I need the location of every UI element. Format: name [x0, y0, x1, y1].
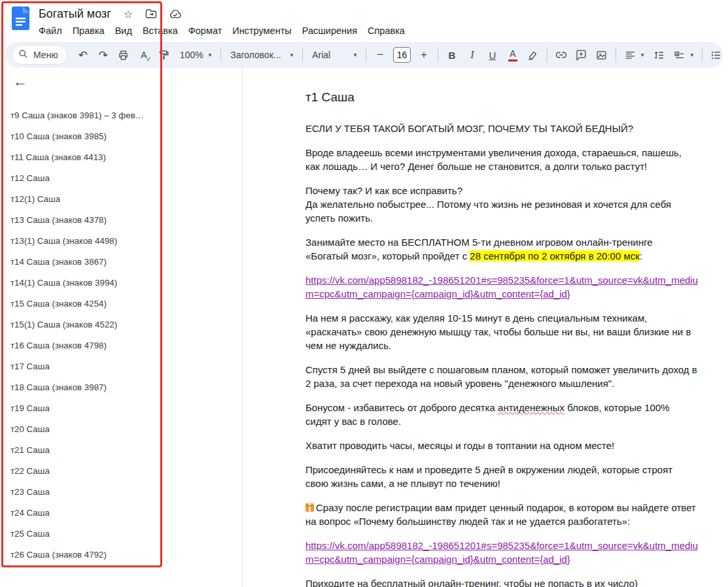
print-button[interactable]: [114, 45, 133, 65]
menu-insert[interactable]: Вставка: [137, 24, 183, 38]
outline-item[interactable]: т15 Саша (знаков 4254): [0, 293, 164, 314]
document-outline-panel: ← т9 Саша (знаков 3981) – 3 фев… т10 Саш…: [0, 68, 242, 587]
paragraph: Занимайте место на БЕСПЛАТНОМ 5-ти дневн…: [305, 235, 698, 263]
outline-item[interactable]: т12 Саша: [0, 167, 164, 188]
menu-file[interactable]: Файл: [33, 24, 67, 38]
misspelled-word: антиденежных: [498, 402, 564, 413]
document-page[interactable]: т1 Саша ЕСЛИ У ТЕБЯ ТАКОЙ БОГАТЫЙ МОЗГ, …: [243, 68, 698, 587]
outline-item[interactable]: т9 Саша (знаков 3981) – 3 фев…: [0, 105, 164, 126]
paragraph: Бонусом - избавитесь от доброго десятка …: [305, 401, 698, 428]
outline-item[interactable]: т18 Саша (знаков 3987): [0, 377, 164, 397]
outline-item[interactable]: т22 Саша: [0, 460, 164, 481]
menu-tools[interactable]: Инструменты: [227, 24, 296, 38]
paragraph-style-dropdown[interactable]: Заголовок... ▾: [225, 45, 298, 65]
outline-item[interactable]: т24 Саша: [0, 502, 164, 523]
menu-format[interactable]: Формат: [183, 24, 228, 38]
paragraph-style-value: Заголовок...: [230, 50, 281, 60]
zoom-value: 100%: [180, 50, 203, 60]
underline-button[interactable]: U: [483, 45, 502, 65]
redo-button[interactable]: ↷: [94, 45, 113, 65]
undo-button[interactable]: ↶: [73, 45, 93, 65]
document-title[interactable]: Богатый мозг: [39, 7, 111, 21]
line-spacing-button[interactable]: [649, 45, 668, 65]
outline-item-label: т9 Саша (знаков 3981) – 3 фев…: [10, 110, 144, 120]
outline-item[interactable]: т15(1) Саша (знаков 4522): [0, 314, 164, 335]
bulleted-list-button[interactable]: [706, 45, 723, 65]
star-icon[interactable]: ☆: [122, 8, 135, 20]
font-family-dropdown[interactable]: Arial ▾: [307, 45, 362, 65]
text-segment: Сразу после регистрации вам придет ценны…: [305, 502, 696, 527]
menu-view[interactable]: Вид: [110, 24, 137, 38]
outline-item-label: т14(1) Саша (знаков 3994): [10, 278, 117, 288]
toolbar-divider: [547, 48, 547, 62]
outline-item[interactable]: т20 Саша: [0, 418, 164, 439]
text-color-bar: [508, 59, 517, 61]
chevron-down-icon: ▾: [354, 52, 357, 58]
toolbar-divider: [615, 48, 616, 62]
vk-registration-link[interactable]: https://vk.com/app5898182_-198651201#s=9…: [305, 540, 698, 565]
outline-item[interactable]: т21 Саша: [0, 439, 164, 460]
outline-item[interactable]: т26 Саша (знаков 4792): [0, 544, 164, 565]
align-dropdown[interactable]: ▾: [619, 45, 650, 65]
outline-item[interactable]: т11 Саша (знаков 4413): [0, 146, 164, 167]
search-menus-button[interactable]: Меню: [12, 45, 67, 65]
outline-item[interactable]: т17 Саша: [0, 356, 164, 377]
paragraph: На нем я расскажу, как уделяя 10-15 мину…: [305, 311, 698, 352]
increase-font-size-button[interactable]: +: [414, 45, 434, 65]
chevron-down-icon: ▾: [290, 52, 294, 58]
text-color-button[interactable]: A: [503, 45, 523, 65]
bold-button[interactable]: B: [442, 45, 462, 65]
document-canvas[interactable]: т1 Саша ЕСЛИ У ТЕБЯ ТАКОЙ БОГАТЫЙ МОЗГ, …: [242, 68, 728, 587]
text-segment: Почему так? И как все исправить?: [305, 184, 698, 197]
outline-item[interactable]: т23 Саша: [0, 481, 164, 502]
app-header: Богатый мозг ☆ Файл Правка Вид Вставка Ф…: [0, 0, 728, 41]
highlighted-text: 28 сентября по 2 октября в 20:00 мск: [470, 250, 640, 261]
italic-button[interactable]: I: [462, 45, 482, 65]
toolbar-divider: [702, 48, 702, 62]
outline-item[interactable]: т12(1) Саша: [0, 188, 164, 209]
toolbar-divider: [438, 48, 438, 62]
outline-item-label: т12(1) Саша: [10, 194, 60, 204]
paragraph: https://vk.com/app5898182_-198651201#s=9…: [305, 273, 698, 301]
decrease-font-size-button[interactable]: −: [370, 45, 390, 65]
outline-item[interactable]: т14(1) Саша (знаков 3994): [0, 272, 164, 293]
outline-item[interactable]: т13(1) Саша (знаков 4498): [0, 230, 164, 251]
outline-item[interactable]: т19 Саша: [0, 397, 164, 418]
checklist-icon: [674, 50, 685, 61]
paint-format-button[interactable]: [154, 45, 174, 65]
cloud-status-icon[interactable]: [169, 9, 182, 19]
outline-item[interactable]: т25 Саша: [0, 523, 164, 544]
insert-link-button[interactable]: [551, 45, 571, 65]
menu-extensions[interactable]: Расширения: [297, 24, 362, 38]
zoom-dropdown[interactable]: 100% ▾: [175, 45, 217, 65]
paragraph: Приходите на бесплатный онлайн-тренинг, …: [305, 577, 698, 587]
outline-item-label: т15 Саша (знаков 4254): [10, 299, 107, 309]
outline-item-label: т13 Саша (знаков 4378): [10, 215, 107, 225]
insert-image-button[interactable]: [592, 45, 612, 65]
vk-registration-link[interactable]: https://vk.com/app5898182_-198651201#s=9…: [305, 275, 698, 299]
move-folder-icon[interactable]: [145, 8, 158, 19]
google-docs-icon[interactable]: [12, 5, 29, 41]
font-size-input[interactable]: 16: [393, 47, 411, 63]
checklist-dropdown[interactable]: ▾: [668, 45, 699, 65]
text-segment: Да желательно побыстрее... Потому что жи…: [305, 197, 698, 225]
outline-item[interactable]: т14 Саша (знаков 3867): [0, 251, 164, 272]
outline-item[interactable]: т10 Саша (знаков 3985): [0, 126, 164, 146]
outline-item[interactable]: т16 Саша (знаков 4798): [0, 335, 164, 356]
paragraph: Вроде владеешь всеми инструментами увели…: [305, 146, 698, 173]
back-arrow-button[interactable]: ←: [13, 73, 27, 90]
toolbar-divider: [220, 48, 221, 62]
paragraph: ЕСЛИ У ТЕБЯ ТАКОЙ БОГАТЫЙ МОЗГ, ПОЧЕМУ Т…: [305, 122, 698, 135]
spellcheck-check-icon: ✓: [146, 56, 151, 63]
menu-help[interactable]: Справка: [362, 24, 410, 38]
outline-item-label: т26 Саша (знаков 4792): [10, 550, 107, 560]
chevron-down-icon: ▾: [690, 52, 693, 58]
add-comment-button[interactable]: [572, 45, 591, 65]
outline-item[interactable]: т13 Саша (знаков 4378): [0, 209, 164, 230]
paragraph: Почему так? И как все исправить? Да жела…: [305, 184, 698, 225]
spellcheck-button[interactable]: A ✓: [134, 45, 154, 65]
menu-edit[interactable]: Правка: [67, 24, 110, 38]
outline-item-label: т23 Саша: [10, 487, 50, 497]
highlight-color-button[interactable]: [523, 45, 543, 65]
outline-item-label: т13(1) Саша (знаков 4498): [10, 236, 117, 246]
